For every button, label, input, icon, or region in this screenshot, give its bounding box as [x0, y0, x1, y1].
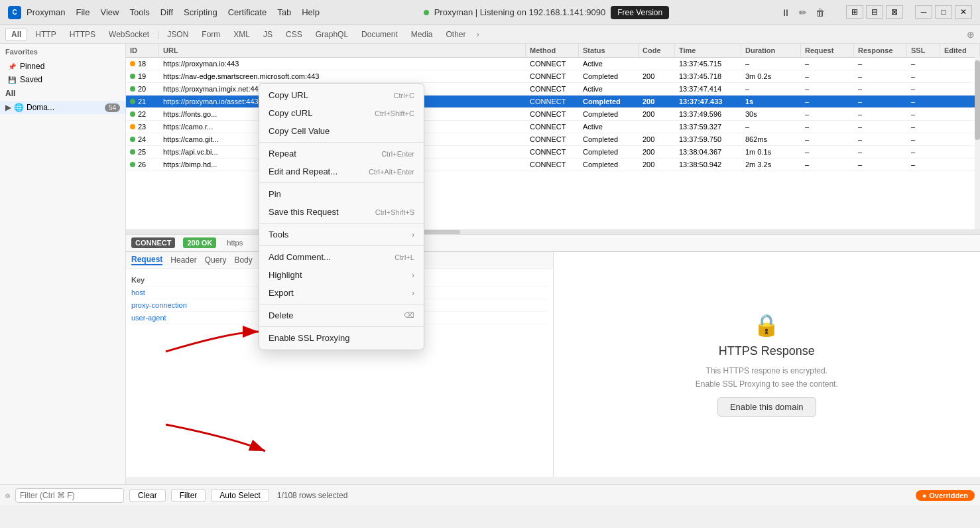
ctx-edit-repeat-label: Edit and Repeat...: [269, 166, 337, 176]
close-btn[interactable]: ✕: [955, 5, 972, 19]
enable-domain-button[interactable]: Enable this domain: [717, 397, 816, 417]
menu-proxyman[interactable]: Proxyman: [27, 7, 66, 17]
col-request: Request: [801, 44, 854, 57]
table-row[interactable]: 26 https://bimp.hd... CONNECT Completed …: [126, 159, 980, 171]
edit-btn[interactable]: ✏: [796, 5, 810, 20]
ctx-repeat-shortcut: Ctrl+Enter: [381, 150, 414, 158]
tab-json[interactable]: JSON: [162, 29, 194, 40]
row-request: –: [801, 96, 854, 107]
menu-scripting[interactable]: Scripting: [184, 7, 217, 17]
auto-select-button[interactable]: Auto Select: [211, 489, 269, 502]
row-response: –: [854, 133, 907, 145]
layout-btn-2[interactable]: ⊟: [866, 5, 883, 19]
settings-icon[interactable]: ⊕: [967, 29, 975, 40]
ctx-edit-repeat[interactable]: Edit and Repeat... Ctrl+Alt+Enter: [259, 163, 424, 180]
table-row[interactable]: 24 https://camo.git... CONNECT Completed…: [126, 133, 980, 146]
ctx-copy-curl[interactable]: Copy cURL Ctrl+Shift+C: [259, 104, 424, 122]
col-edited: Edited: [940, 44, 980, 57]
ctx-copy-cell-label: Copy Cell Value: [269, 126, 330, 136]
menu-file[interactable]: File: [76, 7, 90, 17]
row-url: https://proxyman.io:443: [159, 58, 526, 70]
ctx-add-comment[interactable]: Add Comment... Ctrl+L: [259, 248, 424, 266]
tab-websocket[interactable]: WebSocket: [103, 29, 154, 40]
more-tabs-icon[interactable]: ›: [476, 29, 479, 39]
row-code: 200: [639, 96, 675, 107]
layout-btn-1[interactable]: ⊞: [846, 5, 863, 19]
filter-button[interactable]: Filter: [171, 489, 206, 502]
ctx-export[interactable]: Export ›: [259, 284, 424, 302]
key-name: Key: [131, 276, 145, 284]
tab-document[interactable]: Document: [356, 29, 403, 40]
tab-https[interactable]: HTTPS: [64, 29, 101, 40]
tab-xml[interactable]: XML: [228, 29, 255, 40]
sidebar-all-label[interactable]: All: [0, 86, 125, 101]
pause-btn[interactable]: ⏸: [778, 5, 793, 20]
ctx-pin[interactable]: Pin: [259, 185, 424, 203]
maximize-btn[interactable]: □: [935, 5, 952, 19]
titlebar-center: Proxyman | Listening on 192.168.1.141:90…: [325, 6, 768, 19]
tab-all[interactable]: All: [5, 28, 27, 41]
menu-diff[interactable]: Diff: [160, 7, 173, 17]
tab-other[interactable]: Other: [440, 29, 471, 40]
tab-media[interactable]: Media: [406, 29, 438, 40]
col-url: URL: [159, 44, 526, 57]
tab-request[interactable]: Request: [131, 255, 162, 265]
request-url-snippet: https: [227, 239, 243, 247]
table-row-selected[interactable]: 21 https://proxyman.io/asset:443 CONNECT…: [126, 96, 980, 108]
status-dot: [130, 74, 135, 79]
ctx-delete[interactable]: Delete ⌫: [259, 306, 424, 324]
row-duration: 1s: [741, 96, 801, 107]
ctx-copy-url[interactable]: Copy URL Ctrl+C: [259, 86, 424, 104]
tab-query[interactable]: Query: [205, 255, 227, 265]
ctx-copy-url-label: Copy URL: [269, 90, 308, 100]
tab-body[interactable]: Body: [234, 255, 252, 265]
filter-input[interactable]: [15, 488, 124, 503]
table-row[interactable]: 19 https://nav-edge.smartscreen.microsof…: [126, 70, 980, 83]
tab-http[interactable]: HTTP: [30, 29, 61, 40]
tab-graphql[interactable]: GraphQL: [310, 29, 353, 40]
row-method: CONNECT: [526, 58, 579, 70]
ctx-copy-cell[interactable]: Copy Cell Value: [259, 122, 424, 140]
menu-certificate[interactable]: Certificate: [228, 7, 267, 17]
status-dot: [130, 86, 135, 92]
ctx-repeat[interactable]: Repeat Ctrl+Enter: [259, 145, 424, 163]
response-subtitle: This HTTPS respone is encrypted. Enable …: [696, 365, 838, 390]
row-id: 26: [126, 159, 159, 170]
save-icon: 💾: [8, 76, 16, 84]
tab-css[interactable]: CSS: [280, 29, 308, 40]
menu-tools[interactable]: Tools: [129, 7, 149, 17]
table-row[interactable]: 22 https://fonts.go... CONNECT Completed…: [126, 108, 980, 121]
ctx-highlight[interactable]: Highlight ›: [259, 266, 424, 284]
ctx-add-comment-label: Add Comment...: [269, 252, 331, 262]
col-code: Code: [639, 44, 675, 57]
row-status: Completed: [579, 108, 639, 120]
row-id: 23: [126, 121, 159, 133]
sidebar-domain[interactable]: ▶ 🌐 Doma... 54: [0, 101, 125, 114]
menu-tab[interactable]: Tab: [277, 7, 291, 17]
scroll-thumb[interactable]: [975, 60, 980, 140]
row-code: 200: [639, 159, 675, 170]
table-row[interactable]: 25 https://api.vc.bi... CONNECT Complete…: [126, 146, 980, 159]
row-request: –: [801, 58, 854, 70]
layout-btn-3[interactable]: ⊠: [886, 5, 903, 19]
ctx-enable-ssl[interactable]: Enable SSL Proxying: [259, 329, 424, 347]
menu-help[interactable]: Help: [302, 7, 320, 17]
h-scrollbar[interactable]: [126, 230, 980, 235]
row-time: 13:37:59.327: [675, 121, 741, 133]
clear-button[interactable]: Clear: [129, 489, 166, 502]
tab-form[interactable]: Form: [196, 29, 225, 40]
minimize-btn[interactable]: ─: [915, 5, 932, 19]
table-row[interactable]: 20 https://proxyman.imgix.net:443 CONNEC…: [126, 83, 980, 96]
tab-header[interactable]: Header: [170, 255, 196, 265]
row-method: CONNECT: [526, 83, 579, 95]
row-method: CONNECT: [526, 121, 579, 133]
sidebar-pinned[interactable]: 📌 Pinned: [0, 60, 125, 73]
sidebar-saved[interactable]: 💾 Saved: [0, 73, 125, 86]
tab-js[interactable]: JS: [258, 29, 278, 40]
table-row[interactable]: 18 https://proxyman.io:443 CONNECT Activ…: [126, 58, 980, 70]
ctx-tools[interactable]: Tools ›: [259, 226, 424, 243]
ctx-save-request[interactable]: Save this Request Ctrl+Shift+S: [259, 203, 424, 221]
delete-btn[interactable]: 🗑: [813, 5, 827, 20]
menu-view[interactable]: View: [100, 7, 119, 17]
table-row[interactable]: 23 https://camo.r... CONNECT Active 13:3…: [126, 121, 980, 133]
